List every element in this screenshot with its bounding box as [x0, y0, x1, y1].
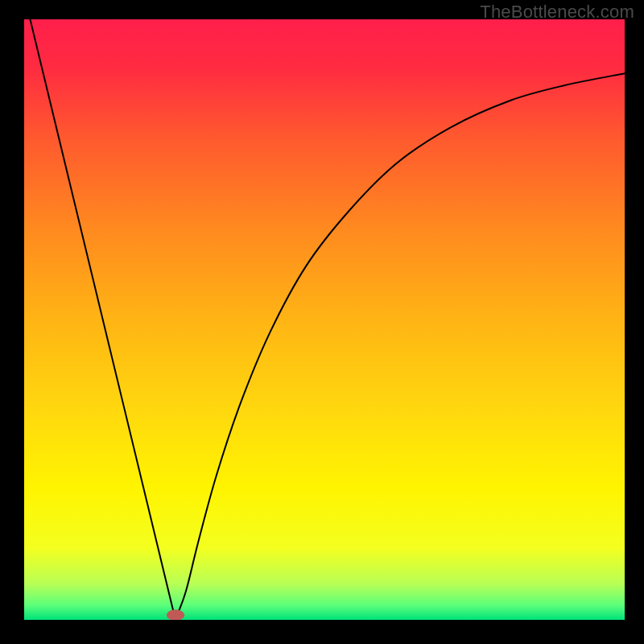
chart-svg: [24, 19, 625, 620]
plot-area: [24, 19, 625, 620]
gradient-background: [24, 19, 625, 620]
chart-container: TheBottleneck.com: [0, 0, 644, 644]
watermark-text: TheBottleneck.com: [480, 2, 634, 23]
